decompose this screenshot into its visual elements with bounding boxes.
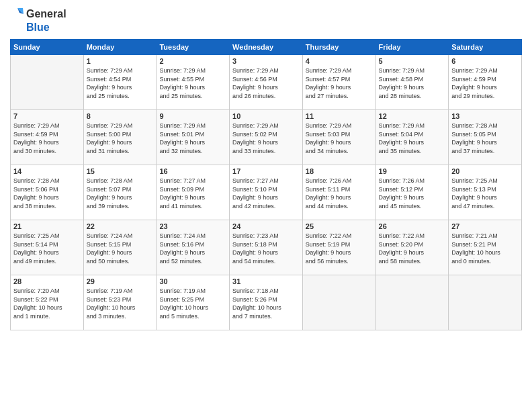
calendar-cell: 11Sunrise: 7:29 AMSunset: 5:03 PMDayligh…: [302, 110, 375, 165]
day-info: Sunrise: 7:29 AMSunset: 5:02 PMDaylight:…: [232, 122, 300, 155]
day-info: Sunrise: 7:28 AMSunset: 5:07 PMDaylight:…: [87, 177, 154, 210]
days-header-row: SundayMondayTuesdayWednesdayThursdayFrid…: [11, 40, 522, 55]
calendar-cell: 23Sunrise: 7:24 AMSunset: 5:16 PMDayligh…: [157, 220, 230, 275]
day-info: Sunrise: 7:27 AMSunset: 5:09 PMDaylight:…: [159, 177, 226, 210]
day-info: Sunrise: 7:25 AMSunset: 5:13 PMDaylight:…: [451, 177, 519, 210]
day-header-friday: Friday: [375, 40, 449, 55]
calendar-cell: 21Sunrise: 7:25 AMSunset: 5:14 PMDayligh…: [11, 220, 84, 275]
day-number: 10: [232, 112, 300, 120]
day-info: Sunrise: 7:24 AMSunset: 5:16 PMDaylight:…: [159, 232, 226, 265]
day-header-sunday: Sunday: [11, 40, 84, 55]
day-info: Sunrise: 7:22 AMSunset: 5:20 PMDaylight:…: [379, 232, 446, 265]
day-number: 19: [379, 167, 446, 175]
day-info: Sunrise: 7:19 AMSunset: 5:25 PMDaylight:…: [159, 287, 226, 320]
svg-marker-1: [17, 8, 24, 14]
day-info: Sunrise: 7:29 AMSunset: 4:59 PMDaylight:…: [451, 66, 519, 100]
day-number: 23: [159, 222, 226, 230]
week-row-2: 7Sunrise: 7:29 AMSunset: 4:59 PMDaylight…: [11, 110, 522, 165]
day-number: 20: [451, 167, 519, 175]
calendar-cell: 25Sunrise: 7:22 AMSunset: 5:19 PMDayligh…: [302, 220, 375, 275]
calendar-cell: 7Sunrise: 7:29 AMSunset: 4:59 PMDaylight…: [11, 110, 84, 165]
day-info: Sunrise: 7:22 AMSunset: 5:19 PMDaylight:…: [306, 232, 373, 265]
day-header-tuesday: Tuesday: [157, 40, 230, 55]
day-info: Sunrise: 7:29 AMSunset: 4:56 PMDaylight:…: [232, 66, 300, 100]
day-info: Sunrise: 7:28 AMSunset: 5:05 PMDaylight:…: [451, 122, 519, 155]
day-header-wednesday: Wednesday: [230, 40, 303, 55]
day-number: 22: [87, 222, 154, 230]
day-info: Sunrise: 7:29 AMSunset: 5:04 PMDaylight:…: [379, 122, 446, 155]
calendar-cell: 24Sunrise: 7:23 AMSunset: 5:18 PMDayligh…: [230, 220, 303, 275]
calendar-cell: 3Sunrise: 7:29 AMSunset: 4:56 PMDaylight…: [230, 55, 303, 110]
day-number: 29: [87, 277, 154, 285]
calendar-table: SundayMondayTuesdayWednesdayThursdayFrid…: [10, 39, 522, 330]
day-number: 30: [159, 277, 226, 285]
day-number: 2: [159, 57, 226, 65]
calendar-cell: 1Sunrise: 7:29 AMSunset: 4:54 PMDaylight…: [83, 55, 157, 110]
logo-blue: Blue: [26, 21, 50, 34]
day-number: 9: [159, 112, 226, 120]
day-info: Sunrise: 7:29 AMSunset: 4:55 PMDaylight:…: [159, 66, 226, 100]
day-number: 7: [13, 112, 81, 120]
day-info: Sunrise: 7:28 AMSunset: 5:06 PMDaylight:…: [13, 177, 81, 210]
day-number: 11: [306, 112, 373, 120]
day-header-monday: Monday: [83, 40, 157, 55]
day-info: Sunrise: 7:29 AMSunset: 4:58 PMDaylight:…: [379, 66, 446, 100]
calendar-cell: 17Sunrise: 7:27 AMSunset: 5:10 PMDayligh…: [230, 165, 303, 220]
day-number: 28: [13, 277, 81, 285]
calendar-cell: 27Sunrise: 7:21 AMSunset: 5:21 PMDayligh…: [449, 220, 522, 275]
week-row-5: 28Sunrise: 7:20 AMSunset: 5:22 PMDayligh…: [11, 275, 522, 330]
day-number: 18: [306, 167, 373, 175]
day-number: 24: [232, 222, 300, 230]
day-number: 25: [306, 222, 373, 230]
day-number: 12: [379, 112, 446, 120]
day-info: Sunrise: 7:21 AMSunset: 5:21 PMDaylight:…: [451, 232, 519, 265]
day-info: Sunrise: 7:26 AMSunset: 5:12 PMDaylight:…: [379, 177, 446, 210]
logo-text-block: General Blue: [10, 7, 66, 34]
calendar-cell: 28Sunrise: 7:20 AMSunset: 5:22 PMDayligh…: [11, 275, 84, 330]
calendar-cell: 19Sunrise: 7:26 AMSunset: 5:12 PMDayligh…: [375, 165, 449, 220]
day-info: Sunrise: 7:18 AMSunset: 5:26 PMDaylight:…: [232, 287, 300, 320]
day-header-saturday: Saturday: [449, 40, 522, 55]
calendar-cell: 5Sunrise: 7:29 AMSunset: 4:58 PMDaylight…: [375, 55, 449, 110]
day-info: Sunrise: 7:29 AMSunset: 4:59 PMDaylight:…: [13, 122, 81, 155]
calendar-cell: 20Sunrise: 7:25 AMSunset: 5:13 PMDayligh…: [449, 165, 522, 220]
day-number: 27: [451, 222, 519, 230]
week-row-4: 21Sunrise: 7:25 AMSunset: 5:14 PMDayligh…: [11, 220, 522, 275]
day-info: Sunrise: 7:29 AMSunset: 5:03 PMDaylight:…: [306, 122, 373, 155]
calendar-cell: 13Sunrise: 7:28 AMSunset: 5:05 PMDayligh…: [449, 110, 522, 165]
logo-general: General: [26, 8, 66, 20]
calendar-cell: 6Sunrise: 7:29 AMSunset: 4:59 PMDaylight…: [449, 55, 522, 110]
day-number: 5: [379, 57, 446, 65]
day-info: Sunrise: 7:26 AMSunset: 5:11 PMDaylight:…: [306, 177, 373, 210]
day-info: Sunrise: 7:23 AMSunset: 5:18 PMDaylight:…: [232, 232, 300, 265]
calendar-cell: [11, 55, 84, 110]
day-info: Sunrise: 7:29 AMSunset: 5:00 PMDaylight:…: [87, 122, 154, 155]
day-info: Sunrise: 7:29 AMSunset: 5:01 PMDaylight:…: [159, 122, 226, 155]
calendar-cell: 26Sunrise: 7:22 AMSunset: 5:20 PMDayligh…: [375, 220, 449, 275]
day-number: 3: [232, 57, 300, 65]
week-row-1: 1Sunrise: 7:29 AMSunset: 4:54 PMDaylight…: [11, 55, 522, 110]
day-number: 13: [451, 112, 519, 120]
day-number: 6: [451, 57, 519, 65]
day-number: 8: [87, 112, 154, 120]
day-number: 14: [13, 167, 81, 175]
day-info: Sunrise: 7:24 AMSunset: 5:15 PMDaylight:…: [87, 232, 154, 265]
calendar-cell: 15Sunrise: 7:28 AMSunset: 5:07 PMDayligh…: [83, 165, 157, 220]
calendar-cell: 12Sunrise: 7:29 AMSunset: 5:04 PMDayligh…: [375, 110, 449, 165]
calendar-cell: 4Sunrise: 7:29 AMSunset: 4:57 PMDaylight…: [302, 55, 375, 110]
calendar-cell: 2Sunrise: 7:29 AMSunset: 4:55 PMDaylight…: [157, 55, 230, 110]
calendar-cell: 14Sunrise: 7:28 AMSunset: 5:06 PMDayligh…: [11, 165, 84, 220]
calendar-container: General Blue SundayMondayTuesdayWednesda…: [0, 0, 532, 337]
day-info: Sunrise: 7:19 AMSunset: 5:23 PMDaylight:…: [87, 287, 154, 320]
header: General Blue: [10, 7, 522, 34]
day-info: Sunrise: 7:29 AMSunset: 4:54 PMDaylight:…: [87, 66, 154, 100]
calendar-cell: 22Sunrise: 7:24 AMSunset: 5:15 PMDayligh…: [83, 220, 157, 275]
calendar-cell: 9Sunrise: 7:29 AMSunset: 5:01 PMDaylight…: [157, 110, 230, 165]
day-number: 15: [87, 167, 154, 175]
calendar-cell: 29Sunrise: 7:19 AMSunset: 5:23 PMDayligh…: [83, 275, 157, 330]
day-number: 16: [159, 167, 226, 175]
calendar-cell: [302, 275, 375, 330]
day-info: Sunrise: 7:27 AMSunset: 5:10 PMDaylight:…: [232, 177, 300, 210]
day-number: 17: [232, 167, 300, 175]
calendar-cell: 18Sunrise: 7:26 AMSunset: 5:11 PMDayligh…: [302, 165, 375, 220]
